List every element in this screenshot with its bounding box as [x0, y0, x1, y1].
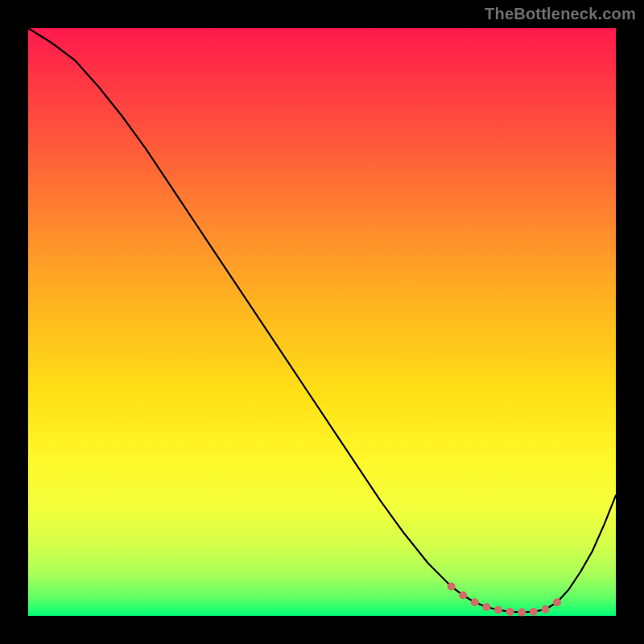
marker-dot: [459, 591, 467, 599]
chart-svg: [28, 28, 616, 616]
marker-dot: [494, 606, 502, 614]
marker-dot: [530, 608, 538, 616]
marker-dot: [553, 598, 561, 606]
watermark: TheBottleneck.com: [485, 5, 636, 23]
marker-dot: [448, 583, 456, 591]
marker-dot: [506, 608, 514, 616]
marker-dot: [518, 609, 526, 617]
marker-dot: [482, 603, 490, 611]
marker-dot: [541, 605, 549, 613]
marker-dot: [471, 598, 479, 606]
bottleneck-curve: [28, 28, 616, 613]
